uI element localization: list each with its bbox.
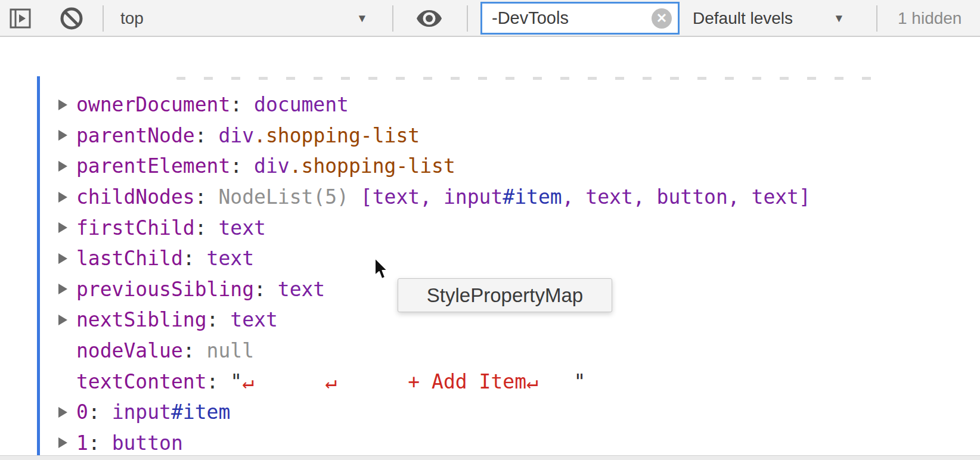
toolbar-divider (392, 5, 393, 32)
disclosure-triangle-icon[interactable] (58, 100, 76, 110)
toolbar-divider (876, 5, 877, 32)
property-row[interactable]: 0: input#item (58, 397, 811, 428)
property-value-segment: text (278, 278, 325, 301)
property-row[interactable]: firstChild: text (58, 212, 811, 243)
property-colon: : (88, 431, 112, 455)
filter-input-value[interactable]: -DevTools (482, 8, 652, 28)
property-value-segment: " (230, 370, 242, 393)
property-row[interactable]: textContent: "↵ ↵ + Add Item↵ " (58, 366, 811, 397)
property-value-segment: text (218, 216, 265, 240)
property-row[interactable]: parentElement: div.shopping-list (58, 151, 811, 182)
disclosure-triangle-icon[interactable] (58, 130, 76, 141)
devtools-console-toolbar: top ▼ -DevTools ✕ Default levels ▼ 1 hid… (0, 0, 980, 37)
property-colon: : (195, 124, 219, 147)
disclosure-triangle-icon[interactable] (58, 284, 76, 294)
property-value-segment: .shopping-list (290, 154, 455, 178)
property-colon: : (230, 93, 254, 116)
property-name: firstChild (76, 216, 195, 240)
property-value-segment: div (218, 124, 254, 147)
log-levels-dropdown[interactable]: Default levels (693, 0, 793, 37)
property-name: 0 (76, 400, 88, 424)
disclosure-triangle-icon[interactable] (58, 161, 76, 172)
property-colon: : (88, 400, 112, 424)
property-name: childNodes (76, 185, 195, 209)
property-value-segment: document (254, 93, 349, 116)
property-colon: : (183, 339, 207, 362)
property-colon: : (195, 185, 219, 209)
property-value-segment: text (207, 247, 254, 270)
context-selector-top[interactable]: top (120, 0, 144, 37)
property-name: lastChild (76, 247, 183, 270)
property-value-segment: input (112, 400, 171, 424)
mouse-cursor (373, 257, 390, 284)
property-colon: : (207, 370, 231, 393)
property-value-segment: NodeList(5) (218, 185, 360, 209)
property-value-segment: null (207, 339, 254, 362)
property-name: nextSibling (76, 308, 207, 331)
property-row[interactable]: ownerDocument: document (58, 89, 811, 120)
property-row[interactable]: 1: button (58, 428, 811, 459)
property-name: nodeValue (76, 339, 183, 362)
property-name: ownerDocument (76, 93, 230, 116)
property-value-segment: input (444, 185, 503, 209)
console-filter-input[interactable]: -DevTools ✕ (480, 2, 680, 35)
property-value-segment: #item (503, 185, 562, 209)
show-console-sidebar-icon[interactable] (10, 8, 31, 29)
type-tooltip: StylePropertyMap (398, 278, 612, 312)
property-name: textContent (76, 370, 207, 393)
property-value-segment: [text, (361, 185, 444, 209)
toolbar-divider (467, 5, 468, 32)
property-row[interactable]: parentNode: div.shopping-list (58, 120, 811, 151)
property-row[interactable]: childNodes: NodeList(5) [text, input#ite… (58, 182, 811, 213)
window-bottom-edge (0, 455, 980, 460)
property-colon: : (230, 154, 254, 178)
property-name: parentElement (76, 154, 230, 178)
property-colon: : (183, 247, 207, 270)
property-name: parentNode (76, 124, 195, 147)
chevron-down-icon[interactable]: ▼ (833, 0, 845, 37)
property-row[interactable]: lastChild: text (58, 243, 811, 274)
disclosure-triangle-icon[interactable] (58, 192, 76, 203)
clear-console-icon[interactable] (59, 6, 84, 31)
console-messages-pane[interactable]: ownerDocument: documentparentNode: div.s… (0, 37, 980, 460)
disclosure-triangle-icon[interactable] (58, 253, 76, 264)
property-value-segment: .shopping-list (254, 124, 420, 147)
create-live-expression-eye-icon[interactable] (415, 8, 443, 29)
property-value-segment: " (538, 370, 585, 393)
property-value-segment: text (230, 308, 277, 331)
property-name: previousSibling (76, 278, 254, 301)
disclosure-triangle-icon[interactable] (58, 315, 76, 325)
property-colon: : (207, 308, 231, 331)
disclosure-triangle-icon[interactable] (58, 222, 76, 233)
clear-filter-icon[interactable]: ✕ (652, 8, 672, 29)
disclosure-triangle-icon[interactable] (58, 407, 76, 418)
property-value-segment: button (112, 431, 183, 455)
tooltip-text: StylePropertyMap (427, 284, 583, 307)
object-property-tree: ownerDocument: documentparentNode: div.s… (58, 89, 811, 460)
hidden-messages-count: 1 hidden (898, 0, 962, 37)
property-value-segment: div (254, 154, 290, 178)
chevron-down-icon[interactable]: ▼ (356, 0, 368, 37)
property-row[interactable]: nodeValue: null (58, 335, 811, 366)
property-value-segment: ↵ ↵ + Add Item↵ (242, 370, 538, 393)
property-colon: : (254, 278, 278, 301)
disclosure-triangle-icon[interactable] (58, 437, 76, 448)
property-value-segment: , text, button, text] (562, 185, 811, 209)
property-colon: : (195, 216, 219, 240)
property-value-segment: #item (171, 400, 230, 424)
property-name: 1 (76, 431, 88, 455)
toolbar-divider (103, 5, 104, 32)
